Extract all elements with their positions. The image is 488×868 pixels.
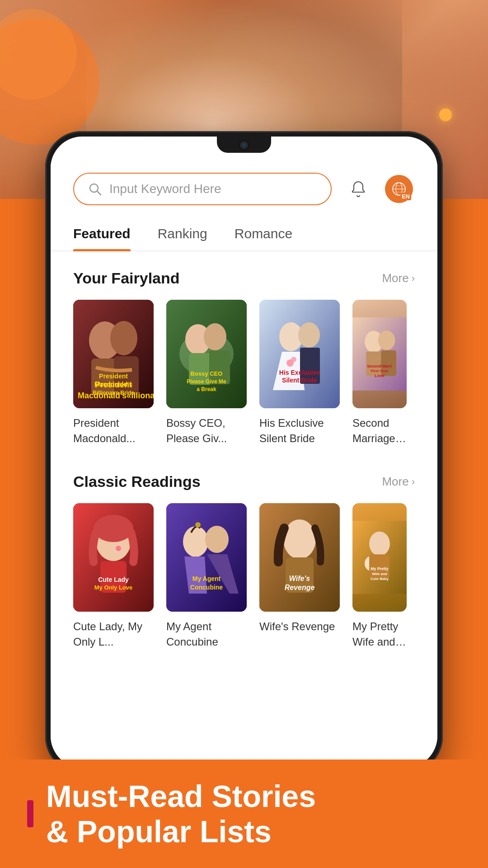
book-card-agent[interactable]: My Agent Concubine My Agent Concubine [166,503,247,649]
book-cover-wifes: Wife's Revenge [259,503,340,612]
screen-content: Input Keyword Here [51,155,437,768]
svg-text:President: President [99,373,128,380]
front-camera [239,140,249,150]
svg-point-50 [195,522,201,528]
more-chevron-icon: › [412,273,415,284]
svg-point-42 [94,515,133,542]
svg-point-29 [291,357,296,362]
language-button[interactable]: EN [383,173,415,205]
book-cover-agent: My Agent Concubine [166,503,247,612]
search-area: Input Keyword Here [51,155,437,214]
svg-point-26 [298,322,320,348]
book-title-cute: Cute Lady, My Only L... [73,619,154,649]
svg-point-9 [110,321,137,355]
book-cover-cute: Cute Lady My Only Love [73,503,154,612]
svg-point-44 [116,546,121,551]
tab-romance[interactable]: Romance [235,219,292,250]
svg-point-18 [204,323,226,350]
book-title-president: President Macdonald... [73,415,154,446]
classic-chevron-icon: › [412,476,415,488]
phone-notch [217,137,271,153]
book-card-bossy[interactable]: Bossy CEO Please Give Me a Break Bossy C… [166,300,247,446]
fairyland-title: Your Fairyland [73,269,180,287]
book-cover-pretty: My Pretty Wife and Cute Baby [352,503,407,612]
svg-text:Macdonald's: Macdonald's [94,381,132,388]
cute-cover-art: Cute Lady My Only Love [73,503,154,612]
book-title-second: Second Marriage, ... [352,415,407,446]
svg-text:My Only Love: My Only Love [94,584,133,591]
pretty-cover-art: My Pretty Wife and Cute Baby [352,503,407,612]
svg-text:Wife and: Wife and [372,572,387,576]
tagline-accent-bar [27,800,33,827]
book-title-bossy: Bossy CEO, Please Giv... [166,415,247,446]
book-cover-second: Second Marri First Time Love [352,300,407,408]
exclusive-cover-art: His Exclusive Silent Bride [259,300,340,408]
book-card-cute[interactable]: Cute Lady My Only Love Cute Lady, My Onl… [73,503,154,649]
classic-header: Classic Readings More › [73,473,415,491]
book-title-wifes: Wife's Revenge [259,619,340,634]
fairyland-header: Your Fairyland More › [73,269,415,287]
classic-more[interactable]: More › [382,475,415,489]
book-cover-bossy: Bossy CEO Please Give Me a Break [166,300,247,408]
svg-text:First Time: First Time [371,369,389,373]
svg-text:Bossy CEO: Bossy CEO [191,370,223,377]
wifes-cover-art: Wife's Revenge [259,503,340,612]
scroll-area[interactable]: Input Keyword Here [51,155,437,768]
classic-books-row: Cute Lady My Only Love Cute Lady, My Onl… [73,503,415,649]
svg-text:My Agent: My Agent [192,575,221,582]
svg-text:Revenge: Revenge [285,584,315,591]
fairyland-books-row: President Macdonald's Billionaire Bride … [73,300,415,446]
classic-title: Classic Readings [73,473,201,491]
tagline-section: Must-Read Stories& Popular Lists [0,760,488,868]
agent-cover-art: My Agent Concubine [166,503,247,612]
bell-icon [348,179,368,199]
president-cover-art: President Macdonald's Billionaire Bride [73,300,154,408]
tabs-row: Featured Ranking Romance [51,214,437,251]
phone-screen: Input Keyword Here [51,137,437,768]
svg-text:Concubine: Concubine [190,584,223,591]
fairyland-more[interactable]: More › [382,271,415,285]
bossy-cover-art: Bossy CEO Please Give Me a Break [166,300,247,408]
tab-featured[interactable]: Featured [73,219,131,250]
tab-ranking[interactable]: Ranking [158,219,207,250]
svg-text:My Pretty: My Pretty [371,567,389,571]
svg-text:Love: Love [375,373,385,378]
book-cover-exclusive: His Exclusive Silent Bride [259,300,340,408]
book-title-pretty: My Pretty Wife and C... [352,619,407,649]
book-title-exclusive: His Exclusive Silent Bride [259,415,340,446]
lang-code-text: EN [400,193,411,200]
svg-text:Billionaire Bride: Billionaire Bride [93,390,134,396]
search-placeholder: Input Keyword Here [109,182,221,196]
book-cover-president: President Macdonald's Billionaire Bride [73,300,154,408]
deco-dot [439,108,452,121]
fairyland-section: Your Fairyland More › [51,256,437,450]
svg-rect-47 [166,503,247,612]
svg-text:Second Marri: Second Marri [367,364,392,368]
svg-line-1 [97,191,101,195]
tagline-text: Must-Read Stories& Popular Lists [46,778,316,849]
svg-point-59 [369,532,390,556]
svg-point-48 [183,526,208,557]
svg-text:a Break: a Break [197,386,216,392]
search-icon [88,182,102,196]
book-card-pretty[interactable]: My Pretty Wife and Cute Baby My Pretty W… [352,503,407,649]
search-bar[interactable]: Input Keyword Here [73,173,332,205]
phone-frame: Input Keyword Here [45,131,443,773]
second-cover-art: Second Marri First Time Love [352,300,407,408]
classic-section: Classic Readings More › [51,459,437,654]
svg-text:Please Give Me: Please Give Me [187,378,226,385]
lang-btn-inner: EN [385,175,413,203]
svg-point-49 [205,526,229,553]
book-title-agent: My Agent Concubine [166,619,247,649]
svg-text:Silent Bride: Silent Bride [282,377,317,384]
book-card-exclusive[interactable]: His Exclusive Silent Bride His Exclusive… [259,300,340,446]
book-card-second[interactable]: Second Marri First Time Love Second Marr… [352,300,407,446]
svg-point-54 [283,519,316,559]
book-card-president[interactable]: President Macdonald's Billionaire Bride … [73,300,154,446]
notification-button[interactable] [343,173,374,205]
header-icons: EN [343,173,415,205]
svg-text:His Exclusive: His Exclusive [279,369,320,376]
svg-text:Cute Lady: Cute Lady [98,576,129,583]
book-card-wifes[interactable]: Wife's Revenge Wife's Revenge [259,503,340,649]
svg-point-34 [378,330,395,350]
